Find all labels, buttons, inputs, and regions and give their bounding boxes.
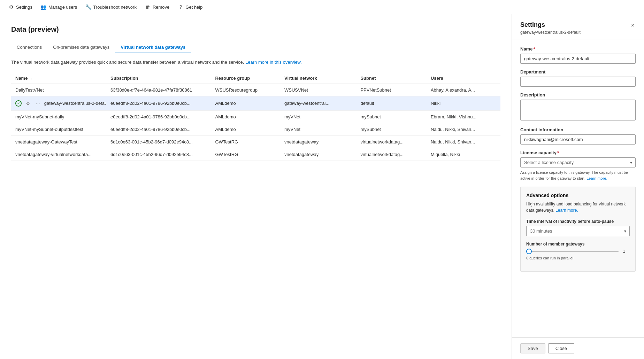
cell-virtual-network: vnetdatagateway [280,148,356,161]
cell-subscription: e0eedff8-2d02-4a01-9786-92bb0e0cb... [106,123,211,135]
settings-panel: Settings gateway-westcentralus-2-default… [512,14,644,359]
toolbar-remove[interactable]: 🗑 Remove [145,4,169,10]
col-header-name: Name ↑ [11,73,106,84]
member-gateways-label: Number of member gateways [526,242,630,247]
toolbar-settings-label: Settings [16,5,32,10]
cell-subscription: 6d1c0e63-001c-45b2-96d7-d092e94c8... [106,148,211,161]
col-header-users: Users [427,73,500,84]
row-name: vnetdatagateway-GatewayTest [15,139,77,145]
cell-subnet: mySubnet [356,123,427,135]
tab-connections[interactable]: Connections [11,42,47,53]
settings-body: Name* Department Description Contact inf… [512,39,644,337]
license-helper-text: Assign a license capacity to this gatewa… [520,170,636,181]
license-learn-more-link[interactable]: Learn more. [586,176,607,180]
table-row[interactable]: ✓ ⚙ ··· gateway-westcentralus-2-default … [11,96,500,110]
data-table: Name ↑ Subscription Resource group Virtu… [11,73,500,161]
department-input[interactable] [520,77,636,87]
form-group-department: Department [520,69,636,87]
table-row[interactable]: myVNet-mySubnet-outputdestteste0eedff8-2… [11,123,500,135]
cell-virtual-network: WSUSVNet [280,84,356,96]
row-name: myVNet-mySubnet-outputdesttest [15,127,83,132]
help-icon: ? [178,4,183,10]
time-interval-select[interactable]: 5 minutes 10 minutes 15 minutes 30 minut… [526,226,630,236]
col-header-subscription: Subscription [106,73,211,84]
advanced-description: High availability and load balancing for… [526,201,630,213]
cell-name: DailyTestVNet [11,84,106,96]
cell-resource-group: WSUSResouregroup [211,84,280,96]
slider-hint: 6 queries can run in parallel [526,256,630,260]
cell-users: Naidu, Nikki, Shivan... [427,135,500,148]
license-select[interactable]: Select a license capacity [520,157,636,167]
row-name: vnetdatagateway-virtualnetworkdata... [15,152,92,157]
col-header-rg: Resource group [211,73,280,84]
settings-icon: ⚙ [8,4,14,10]
time-interval-label: Time interval of inactivity before auto-… [526,219,630,224]
member-gateways-slider[interactable] [526,251,619,252]
advanced-title: Advanced options [526,193,630,198]
toolbar-manage-users-label: Manage users [48,5,77,10]
table-row[interactable]: vnetdatagateway-virtualnetworkdata...6d1… [11,148,500,161]
cell-subscription: e0eedff8-2d02-4a01-9786-92bb0e0cb... [106,96,211,110]
license-label: License capacity* [520,150,636,155]
row-name: myVNet-mySubnet-daily [15,114,64,119]
tab-virtual-network[interactable]: Virtual network data gateways [115,42,191,53]
cell-subnet: mySubnet [356,110,427,123]
cell-name: myVNet-mySubnet-outputdesttest [11,123,106,135]
description-label: Description [520,92,636,97]
cell-subscription: 6d1c0e63-001c-45b2-96d7-d092e94c8... [106,135,211,148]
row-name: DailyTestVNet [15,87,44,93]
col-header-subnet: Subnet [356,73,427,84]
tabs: Connections On-premises data gateways Vi… [11,42,500,53]
advanced-options-box: Advanced options High availability and l… [520,187,636,272]
cell-users: Abhay, Alexandra, A... [427,84,500,96]
contact-label: Contact information [520,127,636,132]
row-name: gateway-westcentralus-2-default [44,101,106,106]
description-textarea[interactable] [520,100,636,120]
table-row[interactable]: DailyTestVNet63f38d0e-df7e-464a-981e-47f… [11,84,500,96]
tab-on-premises[interactable]: On-premises data gateways [47,42,115,53]
toolbar: ⚙ Settings 👥 Manage users 🔧 Troubleshoot… [0,0,644,14]
settings-close-button[interactable]: × [630,21,636,30]
settings-footer: Save Close [512,337,644,359]
license-select-wrapper: Select a license capacity [520,157,636,167]
save-button[interactable]: Save [520,343,545,353]
advanced-learn-more-link[interactable]: Learn more. [555,208,578,213]
cell-subnet: default [356,96,427,110]
slider-value: 1 [623,249,630,254]
toolbar-manage-users[interactable]: 👥 Manage users [41,4,77,10]
col-header-vnet: Virtual network [280,73,356,84]
toolbar-remove-label: Remove [153,5,169,10]
cell-name: ✓ ⚙ ··· gateway-westcentralus-2-default [11,96,106,110]
table-row[interactable]: vnetdatagateway-GatewayTest6d1c0e63-001c… [11,135,500,148]
toolbar-settings[interactable]: ⚙ Settings [8,4,32,10]
main-content: Data (preview) Connections On-premises d… [0,14,644,359]
cell-name: vnetdatagateway-GatewayTest [11,135,106,148]
name-label: Name* [520,46,636,52]
contact-input[interactable] [520,134,636,145]
toolbar-troubleshoot[interactable]: 🔧 Troubleshoot network [85,4,137,10]
close-button[interactable]: Close [548,343,574,353]
cell-subnet: virtualnetworkdatag... [356,135,427,148]
table-row[interactable]: myVNet-mySubnet-dailye0eedff8-2d02-4a01-… [11,110,500,123]
cell-subnet: virtualnetworkdatag... [356,148,427,161]
row-more-button[interactable]: ··· [34,100,41,107]
name-input[interactable] [520,54,636,64]
cell-users: Nikki [427,96,500,110]
troubleshoot-icon: 🔧 [85,4,91,10]
cell-virtual-network: myVNet [280,110,356,123]
settings-title-group: Settings gateway-westcentralus-2-default [520,21,630,35]
cell-resource-group: AMLdemo [211,110,280,123]
form-group-contact: Contact information [520,127,636,145]
settings-subtitle: gateway-westcentralus-2-default [520,30,630,35]
row-actions: ⚙ ··· [24,100,41,107]
cell-resource-group: GWTestRG [211,135,280,148]
cell-users: Ebram, Nikki, Vishnu... [427,110,500,123]
cell-virtual-network: myVNet [280,123,356,135]
toolbar-get-help[interactable]: ? Get help [178,4,202,10]
row-gear-button[interactable]: ⚙ [24,100,32,107]
page-title: Data (preview) [11,25,500,33]
time-interval-select-wrapper: 5 minutes 10 minutes 15 minutes 30 minut… [526,226,630,236]
learn-more-link[interactable]: Learn more in this overview. [245,60,302,65]
cell-name: myVNet-mySubnet-daily [11,110,106,123]
form-group-name: Name* [520,46,636,64]
